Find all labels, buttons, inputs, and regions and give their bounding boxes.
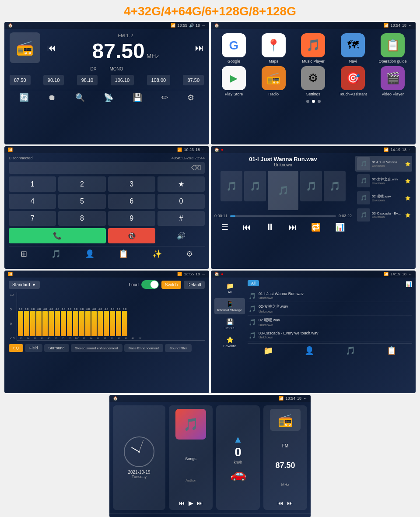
radio-next-button[interactable]: ⏭ xyxy=(195,43,204,53)
eq-bar-8[interactable] xyxy=(61,311,66,336)
eq-tab-eq[interactable]: EQ xyxy=(9,344,23,352)
phone-dialpad-button[interactable]: ⊞ xyxy=(21,249,27,259)
dial-hash[interactable]: # xyxy=(158,211,205,226)
eq-bar-15[interactable] xyxy=(104,311,109,336)
radio-antenna-button[interactable]: 📡 xyxy=(104,93,113,102)
app-opguide[interactable]: 📋 Operation guide xyxy=(374,33,411,63)
eq-bar-3[interactable] xyxy=(30,311,35,336)
dial-1[interactable]: 1 xyxy=(9,176,56,192)
eq-bar-7[interactable] xyxy=(55,311,60,336)
radio-repeat-button[interactable]: 🔄 xyxy=(19,93,29,102)
eq-bar-11[interactable] xyxy=(79,311,84,336)
radio-circle-button[interactable]: ⏺ xyxy=(48,93,56,102)
preset-4[interactable]: 106.10 xyxy=(111,75,134,85)
eq-bar-1[interactable] xyxy=(18,311,23,336)
radio-search-button[interactable]: 🔍 xyxy=(75,93,85,102)
eq-bar-17[interactable] xyxy=(116,311,121,336)
music-play-button[interactable]: ⏸ xyxy=(265,222,275,233)
eq-back-icon[interactable]: ← xyxy=(202,272,206,276)
music-next-button[interactable]: ⏭ xyxy=(289,223,297,232)
phone-back-icon[interactable]: ← xyxy=(202,148,206,152)
eq-bar-10[interactable] xyxy=(73,311,78,336)
dial-star[interactable]: ★ xyxy=(158,176,205,192)
eq-switch-button[interactable]: Switch xyxy=(161,281,181,289)
app-radio[interactable]: 📻 Radio xyxy=(255,66,292,96)
dot-2[interactable] xyxy=(312,100,315,103)
eq-loud-toggle[interactable] xyxy=(141,280,159,289)
preset-6[interactable]: 87.50 xyxy=(183,75,204,85)
music-repeat-button[interactable]: 🔁 xyxy=(311,222,321,232)
phone-log-button[interactable]: 📋 xyxy=(119,249,128,259)
dial-2[interactable]: 2 xyxy=(58,176,105,192)
dial-4[interactable]: 4 xyxy=(9,194,56,209)
app-maps[interactable]: 📍 Maps xyxy=(255,33,292,63)
browser-all-button[interactable]: All xyxy=(248,280,259,286)
dot-3[interactable] xyxy=(318,100,321,103)
app-navi[interactable]: 🗺 Navi xyxy=(334,33,371,63)
eq-bar-2[interactable] xyxy=(24,311,29,336)
playlist-item-1[interactable]: 🎵 01-I Just Wanna Run... Unknown ⭐ xyxy=(355,156,412,172)
launcher-back-icon[interactable]: ← xyxy=(408,23,412,28)
dot-1[interactable] xyxy=(306,100,309,103)
home-radio-next[interactable]: ⏭ xyxy=(287,499,293,506)
browser-favorite[interactable]: ⭐ Favorite xyxy=(214,334,245,350)
eq-bar-9[interactable] xyxy=(67,311,72,336)
phone-star-button[interactable]: ✨ xyxy=(152,249,162,259)
eq-tab-surround[interactable]: Surround xyxy=(44,344,69,352)
home-radio-prev[interactable]: ⏮ xyxy=(277,499,284,506)
browser-person-button[interactable]: 👤 xyxy=(304,346,314,355)
music-equalizer-button[interactable]: 📊 xyxy=(335,222,345,232)
browser-file-3[interactable]: 🎵 02 嗯嗯.wav Unknown xyxy=(248,316,412,329)
eq-preset-button[interactable]: Standard ▼ xyxy=(9,281,40,289)
home-music-prev[interactable]: ⏮ xyxy=(179,499,185,506)
eq-default-button[interactable]: Default xyxy=(184,281,205,289)
dial-7[interactable]: 7 xyxy=(9,211,56,226)
browser-file-4[interactable]: 🎵 03-Cascada - Every we touch.wav Unkhow… xyxy=(248,329,412,341)
phone-music-button[interactable]: 🎵 xyxy=(51,249,61,259)
eq-bar-16[interactable] xyxy=(110,311,115,336)
browser-note-button[interactable]: 🎵 xyxy=(346,346,355,355)
music-prev-button[interactable]: ⏮ xyxy=(243,223,251,232)
home-music-play[interactable]: ▶ xyxy=(189,499,193,506)
phone-settings-button[interactable]: ⚙ xyxy=(186,249,193,259)
app-touch-assistant[interactable]: 🎯 Touch-Assistant xyxy=(334,66,371,96)
radio-save-button[interactable]: 💾 xyxy=(133,93,142,102)
home-back-icon[interactable]: ← xyxy=(303,396,307,401)
eq-tab-field[interactable]: Field xyxy=(25,344,42,352)
eq-bar-6[interactable] xyxy=(49,311,54,336)
eq-bar-14[interactable] xyxy=(98,311,103,336)
browser-all-sidebar[interactable]: 📁 All xyxy=(214,280,245,296)
call-button[interactable]: 📞 xyxy=(9,228,106,243)
music-back-icon[interactable]: ← xyxy=(408,148,412,152)
eq-tab-soundfilter[interactable]: Sound filter xyxy=(165,344,191,352)
phone-delete-button[interactable]: ⌫ xyxy=(191,164,201,172)
app-video[interactable]: 🎬 Video Player xyxy=(374,66,411,96)
browser-folder-button[interactable]: 📁 xyxy=(263,346,273,355)
browser-playlist-button[interactable]: 📋 xyxy=(387,346,396,355)
browser-file-2[interactable]: 🎵 02-女神之音.wav Unknown xyxy=(248,302,412,316)
dial-0[interactable]: 0 xyxy=(158,194,205,209)
preset-5[interactable]: 108.00 xyxy=(147,75,171,85)
radio-edit-button[interactable]: ✏ xyxy=(161,93,168,102)
dial-3[interactable]: 3 xyxy=(108,176,155,192)
phone-contacts-button[interactable]: 👤 xyxy=(85,249,94,259)
dial-9[interactable]: 9 xyxy=(108,211,155,226)
volume-button[interactable]: 🔊 xyxy=(158,228,205,243)
playlist-item-4[interactable]: 🎵 03-Cascada - Every tim... Unknown ⭐ xyxy=(355,207,412,223)
dial-8[interactable]: 8 xyxy=(58,211,105,226)
playlist-item-2[interactable]: 🎵 02-女神之音.wav Unknown ⭐ xyxy=(355,173,412,189)
eq-bar-13[interactable] xyxy=(91,311,97,336)
app-google[interactable]: G Google xyxy=(215,33,252,63)
eq-bar-12[interactable] xyxy=(85,311,91,336)
preset-2[interactable]: 90.10 xyxy=(43,75,64,85)
dial-5[interactable]: 5 xyxy=(58,194,105,209)
browser-back-icon[interactable]: ← xyxy=(408,272,412,276)
app-music[interactable]: 🎵 Music Player xyxy=(295,33,332,63)
progress-bar[interactable] xyxy=(230,215,336,217)
eq-tab-stereo[interactable]: Stereo sound enhancement xyxy=(71,344,122,352)
eq-bar-5[interactable] xyxy=(42,311,48,336)
eq-bar-18[interactable] xyxy=(122,311,127,336)
end-call-button[interactable]: 📵 xyxy=(108,228,155,243)
radio-back-icon[interactable]: ← xyxy=(202,23,206,28)
dial-6[interactable]: 6 xyxy=(108,194,155,209)
